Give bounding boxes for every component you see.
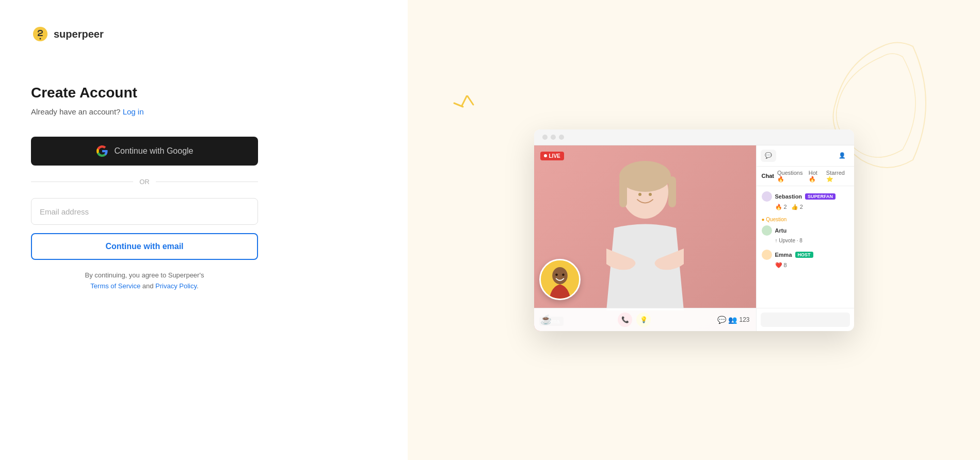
live-badge: LIVE [540, 152, 564, 160]
chat-message-sebastion: Sebastion SUPERFAN 🔥 2 👍 2 [762, 191, 849, 210]
google-button-label: Continue with Google [115, 146, 194, 156]
svg-point-9 [649, 193, 652, 196]
browser-dot-minimize [551, 135, 556, 140]
superfan-badge: SUPERFAN [805, 193, 836, 200]
svg-rect-6 [619, 176, 627, 207]
question-label: ● Question [762, 217, 849, 222]
left-panel: superpeer Create Account Already have an… [0, 0, 408, 460]
participants-count: 💬 👥 123 [717, 316, 749, 324]
host-badge: HOST [795, 252, 813, 258]
svg-rect-7 [668, 176, 676, 207]
reaction-thumbs: 👍 2 [791, 204, 803, 210]
browser-window-mock: LIVE [534, 129, 854, 331]
google-signin-button[interactable]: Continue with Google [31, 137, 258, 166]
guest-avatar [539, 259, 581, 300]
artu-name: Artu [775, 227, 787, 234]
chat-icon-tab[interactable]: 💬 [761, 150, 776, 162]
login-link[interactable]: Log in [123, 107, 144, 116]
chat-input-area [757, 308, 854, 331]
svg-point-12 [555, 273, 558, 276]
raise-hand-button[interactable]: 💡 [636, 313, 651, 327]
sebastion-avatar [762, 191, 772, 202]
host-video [534, 145, 756, 331]
divider-text: OR [139, 178, 150, 186]
divider-line-left [31, 182, 133, 182]
divider-line-right [156, 182, 258, 182]
emma-name: Emma [775, 252, 792, 258]
tab-hot[interactable]: Hot 🔥 [809, 170, 823, 183]
sparkle-decoration [452, 95, 483, 126]
right-panel: LIVE [408, 0, 980, 460]
msg-header-artu: Artu [762, 225, 849, 236]
chat-messages: Sebastion SUPERFAN 🔥 2 👍 2 ● Question [757, 186, 854, 308]
browser-content: LIVE [534, 145, 854, 331]
svg-line-2 [467, 95, 473, 105]
terms-of-service-link[interactable]: Terms of Service [90, 282, 140, 290]
chat-input-box[interactable] [761, 313, 850, 327]
artu-avatar [762, 225, 772, 236]
form-area: Create Account Already have an account? … [31, 85, 258, 292]
browser-dot-close [542, 135, 548, 140]
end-call-button[interactable]: 📞 [618, 313, 632, 327]
participants-number: 123 [739, 316, 749, 323]
svg-point-8 [638, 193, 641, 196]
browser-dot-expand [559, 135, 564, 140]
divider: OR [31, 178, 258, 186]
emma-reactions: ❤️ 8 [762, 262, 849, 269]
chat-sidebar: 💬 👤 Chat Questions 🔥 Hot 🔥 Starred ⭐ [756, 145, 854, 331]
chat-tab-bar: 💬 👤 [757, 145, 854, 167]
privacy-policy-link[interactable]: Privacy Policy [155, 282, 197, 290]
people-icon: 👥 [728, 316, 737, 324]
chat-icon: 💬 [717, 316, 726, 324]
logo-area: superpeer [31, 25, 377, 43]
sebastion-name: Sebastion [775, 193, 802, 200]
chat-tabs: Chat Questions 🔥 Hot 🔥 Starred ⭐ [757, 167, 854, 186]
upvote-button[interactable]: ↑ Upvote · 8 [762, 238, 849, 243]
msg-header-emma: Emma HOST [762, 250, 849, 260]
svg-point-13 [562, 273, 565, 276]
browser-bar [534, 129, 854, 145]
video-area: LIVE [534, 145, 756, 331]
tab-starred[interactable]: Starred ⭐ [826, 170, 849, 183]
center-controls: 📞 💡 [618, 313, 651, 327]
svg-point-0 [40, 38, 41, 40]
live-indicator-dot [544, 154, 547, 157]
guest-figure-svg [541, 259, 579, 300]
tab-questions[interactable]: Questions 🔥 [777, 170, 806, 183]
tab-chat[interactable]: Chat [762, 170, 774, 183]
sebastion-reactions: 🔥 2 👍 2 [762, 204, 849, 210]
email-input[interactable] [31, 198, 258, 225]
superpeer-logo-icon [31, 25, 50, 43]
people-icon-tab[interactable]: 👤 [834, 150, 850, 162]
live-badge-text: LIVE [549, 153, 560, 159]
svg-line-1 [462, 95, 467, 106]
chat-message-artu: ● Question Artu ↑ Upvote · 8 [762, 217, 849, 243]
video-bottom-controls: ☕ 📞 💡 💬 👥 123 [534, 308, 756, 331]
emma-avatar [762, 250, 772, 260]
logo-text: superpeer [54, 28, 104, 40]
email-continue-button[interactable]: Continue with email [31, 233, 258, 260]
terms-text: By continuing, you agree to Superpeer's … [31, 270, 258, 292]
reaction-heart: ❤️ 8 [775, 262, 787, 269]
chat-message-emma: Emma HOST ❤️ 8 [762, 250, 849, 269]
msg-header-sebastion: Sebastion SUPERFAN [762, 191, 849, 202]
google-icon [96, 145, 108, 157]
login-prompt: Already have an account? Log in [31, 107, 258, 116]
emoji-control[interactable]: ☕ [540, 314, 552, 325]
svg-point-11 [552, 267, 568, 284]
page-title: Create Account [31, 85, 258, 101]
reaction-fire: 🔥 2 [775, 204, 787, 210]
